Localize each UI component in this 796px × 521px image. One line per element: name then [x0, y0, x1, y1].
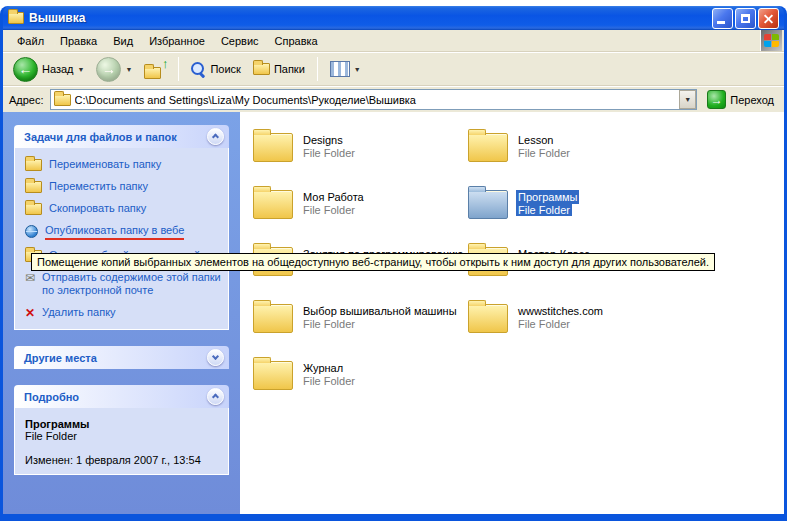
collapse-button[interactable] — [207, 128, 224, 145]
task-delete-folder[interactable]: ✕ Удалить папку — [25, 306, 222, 319]
move-folder-icon — [25, 181, 42, 193]
file-list-area: DesignsFile Folder LessonFile Folder Моя… — [240, 112, 784, 514]
task-move-folder[interactable]: Переместить папку — [25, 180, 222, 193]
window-folder-icon — [8, 12, 24, 24]
window-body: Файл Правка Вид Избранное Сервис Справка… — [3, 30, 784, 514]
other-places-title: Другие места — [24, 352, 97, 364]
file-folder-tasks-panel: Задачи для файлов и папок Переименовать … — [14, 125, 229, 330]
folders-icon — [253, 63, 270, 75]
task-copy-folder[interactable]: Скопировать папку — [25, 202, 222, 215]
details-title: Подробно — [24, 391, 79, 403]
go-icon: → — [707, 90, 726, 109]
address-combo[interactable]: C:\Documents and Settings\Liza\My Docume… — [50, 89, 698, 110]
details-header[interactable]: Подробно — [14, 385, 229, 408]
up-button[interactable]: ↑ — [140, 57, 170, 81]
back-dropdown-icon[interactable]: ▼ — [78, 66, 85, 73]
window-title: Вышивка — [29, 11, 707, 25]
chevron-up-icon — [212, 393, 219, 400]
publish-web-icon — [25, 225, 38, 238]
expand-button[interactable] — [207, 349, 224, 366]
menu-view[interactable]: Вид — [105, 32, 141, 50]
address-folder-icon — [54, 94, 71, 106]
forward-button[interactable]: → ▼ — [92, 55, 136, 84]
search-icon — [191, 62, 206, 77]
folder-item-designs[interactable]: DesignsFile Folder — [253, 126, 468, 183]
details-item-modified: Изменен: 1 февраля 2007 г., 13:54 — [25, 454, 222, 466]
toolbar: ← Назад ▼ → ▼ ↑ Поиск — [3, 52, 784, 86]
address-dropdown-button[interactable]: ▼ — [679, 90, 696, 109]
screen: Вышивка Файл Правка Вид Избранное Сервис… — [0, 0, 796, 521]
collapse-button[interactable] — [207, 388, 224, 405]
address-input[interactable]: C:\Documents and Settings\Liza\My Docume… — [75, 94, 676, 106]
views-dropdown-icon[interactable]: ▼ — [354, 66, 361, 73]
maximize-icon — [741, 14, 750, 23]
tooltip: Помещение копий выбранных элементов на о… — [31, 253, 715, 271]
menu-file[interactable]: Файл — [9, 32, 52, 50]
email-icon: ✉ — [25, 272, 35, 284]
folder-icon — [468, 304, 508, 333]
up-folder-icon: ↑ — [144, 59, 166, 79]
chevron-down-icon — [212, 352, 219, 359]
back-label: Назад — [42, 63, 74, 75]
tasks-panel-body: Переименовать папку Переместить папку Ск… — [14, 148, 229, 330]
menu-help[interactable]: Справка — [267, 32, 326, 50]
details-panel: Подробно Программы File Folder Изменен: … — [14, 385, 229, 475]
address-bar: Адрес: C:\Documents and Settings\Liza\My… — [3, 86, 784, 112]
minimize-button[interactable] — [712, 8, 733, 29]
maximize-button[interactable] — [735, 8, 756, 29]
title-bar[interactable]: Вышивка — [3, 6, 784, 30]
tasks-panel-title: Задачи для файлов и папок — [24, 131, 177, 143]
minimize-icon — [717, 21, 725, 24]
folder-icon — [253, 304, 293, 333]
folder-icon-selected — [468, 190, 508, 219]
close-button[interactable] — [758, 8, 779, 29]
forward-dropdown-icon[interactable]: ▼ — [125, 66, 132, 73]
folders-button[interactable]: Папки — [249, 61, 309, 77]
go-label: Переход — [730, 94, 774, 106]
details-body: Программы File Folder Изменен: 1 февраля… — [14, 408, 229, 475]
task-email-folder[interactable]: ✉ Отправить содержимое этой папки по эле… — [25, 271, 222, 297]
details-item-name: Программы — [25, 418, 222, 430]
task-rename-folder[interactable]: Переименовать папку — [25, 158, 222, 171]
windows-logo-icon — [760, 30, 782, 51]
address-label: Адрес: — [9, 94, 44, 106]
details-item-type: File Folder — [25, 430, 222, 442]
tasks-panel-header[interactable]: Задачи для файлов и папок — [14, 125, 229, 148]
folder-icon — [253, 133, 293, 162]
back-button[interactable]: ← Назад ▼ — [9, 55, 88, 84]
folders-label: Папки — [274, 63, 305, 75]
folder-icon — [253, 190, 293, 219]
delete-icon: ✕ — [25, 307, 35, 319]
copy-folder-icon — [25, 203, 42, 215]
task-pane: Задачи для файлов и папок Переименовать … — [3, 112, 240, 514]
toolbar-separator — [178, 57, 179, 81]
folder-item-lesson[interactable]: LessonFile Folder — [468, 126, 683, 183]
folder-item-zhurnal[interactable]: ЖурналFile Folder — [253, 354, 468, 411]
back-icon: ← — [13, 57, 38, 82]
menu-edit[interactable]: Правка — [52, 32, 105, 50]
folder-item-vybor-mashiny[interactable]: Выбор вышивальной машиныFile Folder — [253, 297, 468, 354]
forward-icon: → — [96, 57, 121, 82]
search-button[interactable]: Поиск — [187, 60, 244, 79]
content-area: Задачи для файлов и папок Переименовать … — [3, 112, 784, 514]
other-places-header[interactable]: Другие места — [14, 346, 229, 369]
go-button[interactable]: → Переход — [703, 90, 778, 109]
folder-icon — [253, 361, 293, 390]
rename-folder-icon — [25, 159, 42, 171]
folder-icon — [468, 133, 508, 162]
other-places-panel: Другие места — [14, 346, 229, 369]
folder-item-wwwstitches[interactable]: wwwstitches.comFile Folder — [468, 297, 683, 354]
menu-favorites[interactable]: Избранное — [141, 32, 213, 50]
menu-bar: Файл Правка Вид Избранное Сервис Справка — [3, 30, 784, 52]
folder-item-moya-rabota[interactable]: Моя РаботаFile Folder — [253, 183, 468, 240]
toolbar-separator — [317, 57, 318, 81]
views-icon — [330, 61, 350, 77]
folder-item-programmy-selected[interactable]: ПрограммыFile Folder — [468, 183, 683, 240]
task-publish-folder-to-web[interactable]: Опубликовать папку в вебе — [25, 224, 222, 240]
menu-tools[interactable]: Сервис — [213, 32, 267, 50]
chevron-up-icon — [212, 133, 219, 140]
views-button[interactable]: ▼ — [326, 59, 365, 79]
search-label: Поиск — [210, 63, 240, 75]
